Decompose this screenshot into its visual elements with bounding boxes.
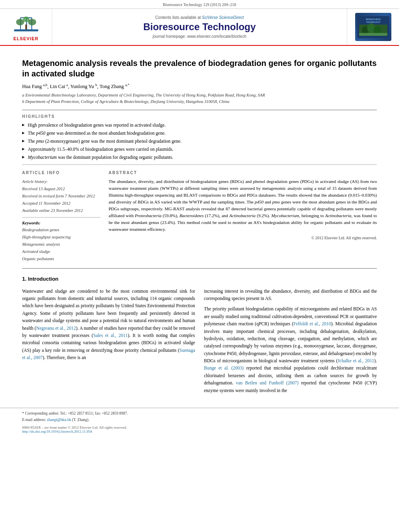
main-content: Metagenomic analysis reveals the prevale… bbox=[0, 46, 399, 401]
journal-homepage: journal homepage: www.elsevier.com/locat… bbox=[153, 34, 247, 39]
available-date: Available online 23 November 2012 bbox=[22, 207, 101, 214]
divider-4 bbox=[22, 268, 377, 269]
svg-text:TECHNOLOGY: TECHNOLOGY bbox=[366, 21, 380, 23]
divider-1 bbox=[22, 110, 377, 110]
article-info-col: ARTICLE INFO Article history: Received 1… bbox=[22, 170, 101, 262]
ref-suenaga[interactable]: Suenaga et al., 2007 bbox=[22, 348, 195, 360]
article-title: Metagenomic analysis reveals the prevale… bbox=[22, 58, 377, 79]
introduction-heading: 1. Introduction bbox=[22, 276, 377, 282]
elsevier-tree-icon bbox=[12, 13, 40, 35]
svg-rect-15 bbox=[359, 33, 387, 36]
svg-point-4 bbox=[16, 19, 24, 25]
divider-3 bbox=[22, 217, 101, 218]
abstract-text: The abundance, diversity, and distributi… bbox=[109, 178, 377, 233]
email-note: E-mail address: zhangt@hku.hk (T. Zhang)… bbox=[22, 417, 377, 423]
highlight-item: Approximately 11.5–40.0% of biodegradati… bbox=[22, 146, 377, 152]
keywords-label: Keywords: bbox=[22, 221, 101, 225]
article-info-label: ARTICLE INFO bbox=[22, 170, 101, 175]
journal-ref-bar: Bioresource Technology 129 (2013) 209–21… bbox=[0, 0, 399, 9]
journal-title: Bioresource Technology bbox=[143, 21, 256, 33]
sciverse-link[interactable]: SciVerse ScienceDirect bbox=[202, 15, 244, 20]
intro-para1: Wastewater and sludge are considered to … bbox=[22, 288, 195, 362]
author-email[interactable]: zhangt@hku.hk bbox=[47, 418, 71, 422]
svg-point-6 bbox=[28, 19, 36, 25]
highlights-label: HIGHLIGHTS bbox=[22, 114, 377, 119]
doi-link[interactable]: http://dx.doi.org/10.1016/j.biortech.201… bbox=[22, 429, 92, 433]
ref-vanbeilen[interactable]: van Beilen and Funhoff (2007) bbox=[236, 380, 298, 385]
corresponding-author-note: * Corresponding author. Tel.: +852 2857 … bbox=[22, 411, 377, 416]
journal-ref-text: Bioresource Technology 129 (2013) 209–21… bbox=[163, 2, 236, 7]
sciverse-line: Contents lists available at SciVerse Sci… bbox=[155, 15, 244, 20]
affiliation-a: a Environmental Biotechnology Laboratory… bbox=[22, 93, 265, 97]
ref-felfoldi[interactable]: Felfoldi et al., 2010 bbox=[294, 321, 331, 326]
body-two-col: Wastewater and sludge are considered to … bbox=[22, 288, 377, 397]
ref-sales[interactable]: Sales et al., 2011 bbox=[93, 333, 128, 338]
journal-badge-graphic: BIORESOURCE TECHNOLOGY bbox=[357, 16, 389, 38]
divider-2 bbox=[22, 164, 377, 165]
affiliations: a Environmental Biotechnology Laboratory… bbox=[22, 92, 377, 105]
keyword-1: Biodegradation genes bbox=[22, 226, 101, 234]
abstract-label: ABSTRACT bbox=[109, 170, 377, 175]
abstract-col: ABSTRACT The abundance, diversity, and d… bbox=[109, 170, 377, 262]
keyword-2: High-throughput sequencing bbox=[22, 234, 101, 241]
svg-point-14 bbox=[374, 26, 381, 34]
highlights-list: High prevalence of biodegradation genes … bbox=[22, 122, 377, 160]
highlight-item: The p450 gene was determined as the most… bbox=[22, 130, 377, 136]
info-abstract-section: ARTICLE INFO Article history: Received 1… bbox=[22, 170, 377, 262]
article-history: Article history: Received 13 August 2012… bbox=[22, 178, 101, 214]
authors-line: Hua Fang a,b, Lin Cai a, Yunlong Yu b, T… bbox=[22, 83, 377, 90]
body-col-left: Wastewater and sludge are considered to … bbox=[22, 288, 195, 397]
keywords-list: Biodegradation genes High-throughput seq… bbox=[22, 226, 101, 262]
accepted-date: Accepted 11 November 2012 bbox=[22, 200, 101, 207]
ref-jchalke[interactable]: Jchalke et al., 2011 bbox=[338, 358, 374, 363]
affiliation-b: b Department of Plant Protection, Colleg… bbox=[22, 99, 229, 104]
journal-header-center: Contents lists available at SciVerse Sci… bbox=[52, 9, 347, 45]
abstract-copyright: © 2012 Elsevier Ltd. All rights reserved… bbox=[109, 236, 377, 240]
journal-header: ELSEVIER Contents lists available at Sci… bbox=[0, 9, 399, 46]
received-date: Received 13 August 2012 bbox=[22, 185, 101, 193]
journal-badge-section: BIORESOURCE TECHNOLOGY bbox=[347, 9, 399, 45]
keyword-4: Activated sludge bbox=[22, 248, 101, 255]
issn-line: 0960-8524/$ – see front matter © 2012 El… bbox=[22, 425, 377, 429]
journal-homepage-url[interactable]: www.elsevier.com/locate/biortech bbox=[187, 34, 246, 39]
revised-date: Received in revised form 7 November 2012 bbox=[22, 193, 101, 200]
highlight-item: High prevalence of biodegradation genes … bbox=[22, 122, 377, 128]
page-footer: * Corresponding author. Tel.: +852 2857 … bbox=[0, 408, 399, 438]
svg-rect-7 bbox=[25, 25, 27, 29]
journal-badge: BIORESOURCE TECHNOLOGY bbox=[355, 13, 391, 41]
ref-negreanu[interactable]: Negreanu et al., 2012 bbox=[36, 326, 76, 331]
history-label: Article history: bbox=[22, 178, 101, 185]
keyword-3: Metagenomic analysis bbox=[22, 241, 101, 248]
footer-issn: 0960-8524/$ – see front matter © 2012 El… bbox=[22, 425, 377, 433]
elsevier-label: ELSEVIER bbox=[13, 36, 38, 41]
ref-bunge[interactable]: Bunge et al. (2003) bbox=[204, 366, 244, 370]
svg-text:BIORESOURCE: BIORESOURCE bbox=[366, 18, 381, 21]
footer-notes: * Corresponding author. Tel.: +852 2857 … bbox=[22, 411, 377, 423]
elsevier-logo-section: ELSEVIER bbox=[0, 9, 52, 45]
highlight-item: The pmo (2-monoxygenase) gene was the mo… bbox=[22, 138, 377, 144]
doi-line[interactable]: http://dx.doi.org/10.1016/j.biortech.201… bbox=[22, 429, 377, 433]
highlight-item: Mycobacterium was the dominant populatio… bbox=[22, 154, 377, 160]
intro-para2: increasing interest in revealing the abu… bbox=[204, 288, 377, 394]
body-col-right: increasing interest in revealing the abu… bbox=[204, 288, 377, 397]
keyword-5: Organic pollutants bbox=[22, 255, 101, 263]
page-wrapper: Bioresource Technology 129 (2013) 209–21… bbox=[0, 0, 399, 438]
elsevier-logo: ELSEVIER bbox=[12, 13, 40, 41]
